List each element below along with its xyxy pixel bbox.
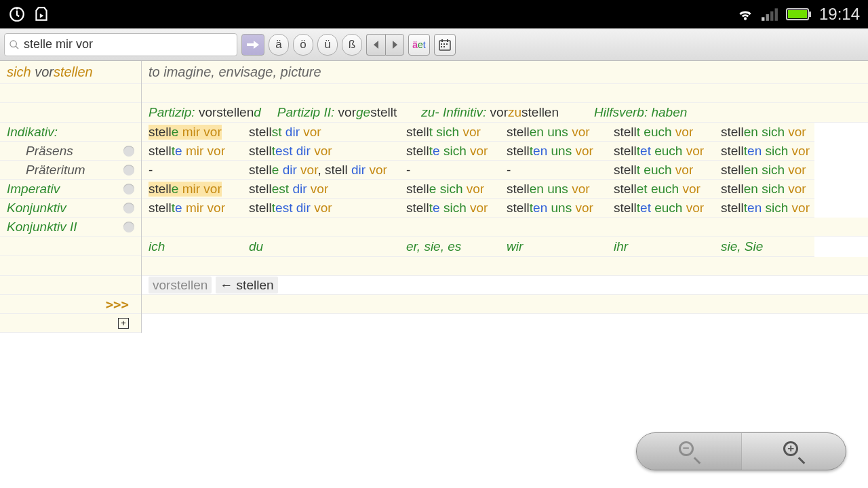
zoom-control: − + <box>636 432 846 470</box>
sidebar-item-label: Konjunktiv <box>7 201 66 216</box>
sidebar-item[interactable]: Konjunktiv II <box>0 218 141 237</box>
main-pane: to imagine, envisage, picture Partizip: … <box>141 61 868 333</box>
highlight-toggle-button[interactable]: äet <box>408 34 430 56</box>
svg-rect-16 <box>447 39 448 42</box>
pronoun-cell: sie, Sie <box>714 237 814 257</box>
pronoun-cell: ich <box>142 237 242 257</box>
participle-row: Partizip: vorstellend Partizip II: vorge… <box>142 103 868 123</box>
svg-rect-4 <box>775 8 778 20</box>
nav-back-button[interactable] <box>366 34 385 56</box>
pronoun-cell: du <box>242 237 399 257</box>
zoom-out-button[interactable]: − <box>637 433 742 470</box>
dot-icon <box>123 184 134 195</box>
sidebar-item[interactable]: Präteritum <box>0 161 141 180</box>
conjugation-cell: stelle mir vor <box>142 123 242 142</box>
dot-icon <box>123 146 134 157</box>
play-store-icon <box>33 5 50 23</box>
conjugation-cell: - <box>399 161 500 180</box>
svg-rect-14 <box>443 46 445 47</box>
conjugation-cell: stelltet euch vor <box>607 199 714 218</box>
conjugation-cell: stelle mir vor <box>142 180 242 199</box>
sidebar-item-label: Indikativ: <box>7 125 58 140</box>
conjugation-cell: stellen sich vor <box>714 123 814 142</box>
sidebar: sich vorstellen Indikativ:PräsensPräteri… <box>0 61 141 333</box>
sidebar-item[interactable]: Präsens <box>0 142 141 161</box>
conjugation-cell: stellt sich vor <box>399 123 500 142</box>
battery-icon <box>785 5 812 23</box>
dot-icon <box>123 222 134 232</box>
svg-rect-6 <box>809 12 811 17</box>
dot-icon <box>123 165 134 176</box>
svg-rect-1 <box>762 17 764 20</box>
conjugation-cell: stellen sich vor <box>714 161 814 180</box>
conjugation-cell: stellt euch vor <box>607 123 714 142</box>
sidebar-item[interactable]: Indikativ: <box>0 123 141 142</box>
calendar-button[interactable] <box>434 34 456 56</box>
search-field[interactable] <box>4 33 237 56</box>
conjugation-cell: stelltest dir vor <box>242 199 399 218</box>
conjugation-cell: stellen uns vor <box>500 123 607 142</box>
umlaut-o-button[interactable]: ö <box>293 34 313 56</box>
eszett-button[interactable]: ß <box>342 34 362 56</box>
svg-rect-7 <box>788 10 807 18</box>
svg-rect-3 <box>770 12 773 21</box>
wifi-icon <box>736 5 754 23</box>
conjugation-cell: stellten uns vor <box>500 142 607 161</box>
svg-rect-12 <box>446 43 448 45</box>
conjugation-cell: stellte mir vor <box>142 199 242 218</box>
sidebar-item[interactable]: Konjunktiv <box>0 199 141 218</box>
conjugation-cell: stellten uns vor <box>500 199 607 218</box>
status-bar: 19:14 <box>0 0 868 28</box>
conjugation-cell: stellte sich vor <box>399 142 500 161</box>
conjugation-cell: - <box>500 161 607 180</box>
conjugation-cell: stellte sich vor <box>399 199 500 218</box>
conjugation-cell: stelle sich vor <box>399 180 500 199</box>
svg-rect-9 <box>439 41 450 50</box>
related-vorstellen[interactable]: vorstellen <box>149 277 212 293</box>
umlaut-u-button[interactable]: ü <box>317 34 338 56</box>
svg-rect-15 <box>441 39 443 42</box>
related-stellen[interactable]: ← stellen <box>216 277 277 293</box>
conjugation-cell: stellten sich vor <box>714 142 814 161</box>
clock: 19:14 <box>819 5 860 24</box>
sidebar-item-label: Präteritum <box>26 163 85 178</box>
svg-rect-10 <box>441 43 442 45</box>
conjugation-cell: stellen uns vor <box>500 180 607 199</box>
conjugation-cell: stelltet euch vor <box>607 142 714 161</box>
conjugation-cell: stellet euch vor <box>607 180 714 199</box>
sync-icon <box>8 5 26 23</box>
related-row: vorstellen← stellen <box>142 276 868 295</box>
zoom-in-button[interactable]: + <box>742 433 846 470</box>
svg-rect-13 <box>441 46 442 47</box>
sidebar-item-label: Imperativ <box>7 182 60 197</box>
dot-icon <box>123 203 134 214</box>
pronoun-cell: ihr <box>607 237 714 257</box>
conjugation-cell: - <box>142 161 242 180</box>
conjugation-cell: stellst dir vor <box>242 123 399 142</box>
sidebar-item-label: Präsens <box>26 144 73 159</box>
conjugation-cell: stellen sich vor <box>714 180 814 199</box>
conjugation-cell: stelltest dir vor <box>242 142 399 161</box>
conjugation-cell: stelle dir vor, stell dir vor <box>242 161 399 180</box>
more-link[interactable]: >>> <box>106 297 129 312</box>
nav-forward-button[interactable] <box>385 34 404 56</box>
search-icon <box>9 39 20 50</box>
sidebar-item-label: Konjunktiv II <box>7 220 77 235</box>
zoom-in-icon: + <box>783 441 804 462</box>
expand-button[interactable]: + <box>118 318 129 329</box>
conjugation-table: stelle mir vorstellst dir vorstellt sich… <box>142 123 868 218</box>
go-button[interactable] <box>241 34 264 56</box>
zoom-out-icon: − <box>679 441 699 462</box>
conjugation-cell: stellte mir vor <box>142 142 242 161</box>
conjugation-cell: stellt euch vor <box>607 161 714 180</box>
umlaut-a-button[interactable]: ä <box>269 34 289 56</box>
sidebar-item[interactable]: Imperativ <box>0 180 141 199</box>
signal-icon <box>761 5 778 23</box>
conjugation-cell: stellten sich vor <box>714 199 814 218</box>
search-input[interactable] <box>20 37 233 52</box>
svg-rect-2 <box>766 14 769 21</box>
translation: to imagine, envisage, picture <box>142 64 321 80</box>
pronoun-cell: wir <box>500 237 607 257</box>
conjugation-cell: stellest dir vor <box>242 180 399 199</box>
toolbar: ä ö ü ß äet <box>0 28 868 61</box>
